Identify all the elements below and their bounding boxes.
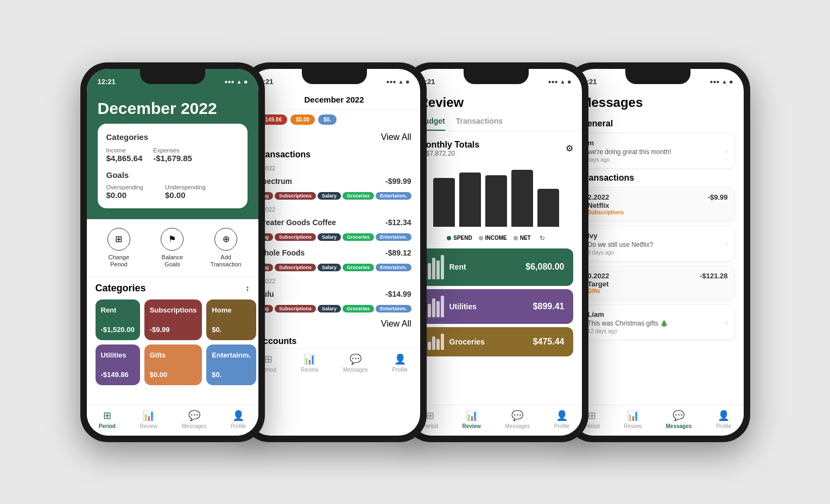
transaction-2[interactable]: 3.2022 Greater Goods Coffee -$12.34 ing … (249, 203, 420, 244)
chip-sub-1: Subscriptions (275, 192, 316, 200)
categories-section: Categories ↕ Rent -$1,520.00 Subscriptio… (87, 277, 258, 405)
wifi-icon-2: ▲ (398, 79, 404, 85)
chip-ent-2: Entertainm. (376, 233, 411, 241)
change-period-button[interactable]: ⊞ Change Period (103, 228, 135, 268)
chevron-icon-liam: › (725, 318, 728, 327)
view-all-bottom-link[interactable]: View All (381, 319, 411, 328)
signal-icon-3: ●●● (548, 79, 557, 85)
cat-card-subscriptions[interactable]: Subscriptions -$9.99 (144, 299, 202, 340)
view-all-top[interactable]: View All (249, 129, 420, 145)
ivy-time: 9 days ago (588, 250, 721, 256)
top-chips-row: -$149.86 $0.00 $0. (249, 110, 420, 129)
sort-icon[interactable]: ↕ (246, 284, 250, 292)
view-all-top-link[interactable]: View All (381, 132, 411, 142)
phone2-title: December 2022 (304, 95, 364, 104)
chip-ent-3: Entertainm. (376, 264, 411, 271)
chip-salary-2: Salary (318, 233, 341, 241)
phone4: 2:21 ●●● ▲ ■ Messages General m we're d (566, 62, 750, 442)
bar-4 (511, 170, 533, 227)
profile-tab-icon-3: 👤 (556, 410, 568, 422)
period-tab-icon: ⊞ (103, 410, 111, 422)
period-tab-icon-3: ⊞ (426, 410, 434, 422)
cat-list-rent[interactable]: Rent $6,080.00 (419, 248, 573, 286)
legend-net-label: NET (520, 235, 531, 241)
liam-sender: Liam (588, 310, 721, 318)
tab-review-2[interactable]: 📊 Review (301, 353, 319, 373)
cat-card-entertainment[interactable]: Entertainm. $0. (206, 344, 256, 385)
tab-messages-2[interactable]: 💬 Messages (343, 353, 368, 373)
tab-review-1[interactable]: 📊 Review (140, 410, 157, 429)
trans-name-2: Greater Goods Coffee (257, 218, 336, 227)
cat-card-gifts[interactable]: Gifts $0.00 (144, 344, 202, 385)
change-period-icon: ⊞ (107, 228, 130, 251)
period-tab-label: Period (99, 423, 116, 429)
bar-1 (433, 178, 455, 227)
utilities-bars (428, 296, 444, 317)
tab-messages-3[interactable]: 💬 Messages (505, 410, 530, 429)
tab-messages-1[interactable]: 💬 Messages (182, 410, 207, 429)
transaction-3[interactable]: Whole Foods -$89.12 ing Subscriptions Sa… (249, 244, 420, 275)
transaction-4[interactable]: 2.2022 Hulu -$14.99 ing Subscriptions Sa… (249, 275, 420, 316)
goals-title: Goals (106, 170, 239, 180)
legend-income-label: INCOME (485, 235, 507, 241)
cat-card-utilities[interactable]: Utilities -$149.86 (96, 344, 140, 385)
refresh-icon[interactable]: ↻ (540, 234, 545, 242)
chart-area (410, 162, 582, 232)
legend-spend-label: SPEND (453, 235, 472, 241)
trans-date-4: 2.2022 (249, 275, 420, 285)
bar-3 (485, 175, 507, 227)
messages-tab-icon: 💬 (188, 410, 200, 422)
trans-date-1: 5.2022 (249, 162, 420, 173)
liam-text: This was Christmas gifts 🎄 (588, 320, 721, 327)
view-all-bottom[interactable]: View All (249, 316, 420, 332)
messages-tab-label-4: Messages (666, 423, 692, 429)
msg-target-trans[interactable]: 0.2022 Target -$121.28 Gifts (581, 266, 735, 300)
general-section-title: General (581, 119, 735, 129)
chip-salary-3: Salary (318, 264, 341, 271)
target-tag: Gifts (588, 288, 600, 294)
balance-goals-button[interactable]: ⚑ Balance Goals (156, 228, 188, 268)
messages-tab-label: Messages (182, 423, 207, 429)
actions-bar: ⊞ Change Period ⚑ Balance Goals ⊕ Add Tr… (87, 219, 258, 277)
msg-liam[interactable]: Liam This was Christmas gifts 🎄 12 days … (581, 304, 735, 340)
target-name: Target (588, 280, 610, 288)
tab-transactions[interactable]: Transactions (456, 112, 503, 131)
msg-general-1[interactable]: m we're doing great this month! days ago… (581, 133, 735, 169)
tab-profile-2[interactable]: 👤 Profile (392, 353, 408, 373)
tab-profile-1[interactable]: 👤 Profile (231, 410, 246, 429)
transaction-1[interactable]: 5.2022 Spectrum -$99.99 ing Subscription… (249, 162, 420, 203)
cat-card-rent[interactable]: Rent -$1,520.00 (96, 299, 140, 340)
msg-netflix-trans[interactable]: 2.2022 Netflix -$9.99 Subscriptions (581, 187, 735, 221)
cat-list-utilities[interactable]: Utilities $899.41 (419, 289, 573, 324)
review-tab-label-4: Review (624, 423, 642, 429)
add-transaction-button[interactable]: ⊕ Add Transaction (210, 228, 242, 268)
messages-tab-label-3: Messages (505, 423, 530, 429)
cat-card-home[interactable]: Home $0. (206, 299, 256, 340)
mt-title: Monthly Totals (419, 140, 480, 150)
battery-icon: ■ (244, 79, 247, 85)
settings-icon[interactable]: ⚙ (566, 143, 573, 154)
notch (140, 69, 205, 84)
tab-review-4[interactable]: 📊 Review (624, 410, 642, 429)
period-tab-icon-4: ⊞ (588, 410, 596, 422)
groceries-amount: $475.44 (533, 337, 565, 347)
phone1: 12:21 ●●● ▲ ■ December 2022 Categories I… (80, 62, 265, 442)
review-header: Review (410, 91, 582, 112)
msg-ivy[interactable]: Ivy Do we still use Netflix? 9 days ago … (581, 226, 735, 261)
chip-orange: $0.00 (290, 114, 315, 125)
tab-profile-4[interactable]: 👤 Profile (716, 410, 731, 429)
messages-header: Messages (572, 91, 744, 112)
tab-profile-3[interactable]: 👤 Profile (554, 410, 569, 429)
legend-spend: SPEND (447, 234, 472, 242)
target-date: 0.2022 (588, 272, 610, 280)
tab-review-3[interactable]: 📊 Review (462, 410, 480, 429)
transactions-section-title: Transactions (581, 173, 735, 183)
tab-messages-4[interactable]: 💬 Messages (666, 410, 692, 429)
balance-goals-icon: ⚑ (161, 228, 183, 251)
tab-period-1[interactable]: ⊞ Period (99, 410, 116, 429)
ivy-sender: Ivy (588, 232, 721, 240)
liam-time: 12 days ago (588, 328, 721, 334)
category-grid: Rent -$1,520.00 Subscriptions -$9.99 Hom… (96, 299, 250, 385)
chip-ent-1: Entertainm. (376, 192, 411, 200)
cat-list-groceries[interactable]: Groceries $475.44 (419, 327, 573, 356)
